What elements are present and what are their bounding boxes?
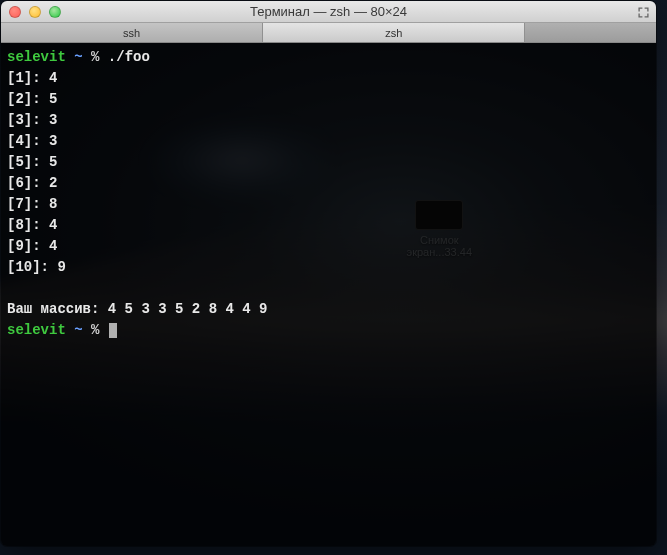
- output-line: [9]: 4: [7, 236, 650, 257]
- tab-label: ssh: [123, 27, 140, 39]
- minimize-icon[interactable]: [29, 6, 41, 18]
- tab-label: zsh: [385, 27, 402, 39]
- prompt-line: selevit ~ %: [7, 320, 650, 341]
- window-title: Терминал — zsh — 80×24: [1, 4, 656, 19]
- output-line: [3]: 3: [7, 110, 650, 131]
- cursor-icon: [109, 323, 117, 338]
- output-line: [7]: 8: [7, 194, 650, 215]
- prompt-user: selevit: [7, 322, 66, 338]
- prompt-symbol: %: [91, 49, 108, 65]
- output-line: [4]: 3: [7, 131, 650, 152]
- prompt-line: selevit ~ % ./foo: [7, 47, 650, 68]
- window-titlebar[interactable]: Терминал — zsh — 80×24: [1, 1, 656, 23]
- output-line: [10]: 9: [7, 257, 650, 278]
- prompt-path: ~: [74, 322, 82, 338]
- zoom-icon[interactable]: [49, 6, 61, 18]
- terminal-viewport[interactable]: selevit ~ % ./foo [1]: 4[2]: 5[3]: 3[4]:…: [1, 43, 656, 546]
- output-line: [8]: 4: [7, 215, 650, 236]
- prompt-path: ~: [74, 49, 82, 65]
- tab-overflow: [525, 23, 656, 42]
- output-line: [5]: 5: [7, 152, 650, 173]
- output-line: [2]: 5: [7, 89, 650, 110]
- output-line: [7, 278, 650, 299]
- prompt-symbol: %: [91, 322, 108, 338]
- output-line: [1]: 4: [7, 68, 650, 89]
- terminal-output: [1]: 4[2]: 5[3]: 3[4]: 3[5]: 5[6]: 2[7]:…: [7, 68, 650, 320]
- prompt-user: selevit: [7, 49, 66, 65]
- close-icon[interactable]: [9, 6, 21, 18]
- output-line: Ваш массив: 4 5 3 3 5 2 8 4 4 9: [7, 299, 650, 320]
- command-text: ./foo: [108, 49, 150, 65]
- output-line: [6]: 2: [7, 173, 650, 194]
- fullscreen-button[interactable]: [636, 5, 650, 19]
- terminal-window: Терминал — zsh — 80×24 ssh zsh selevit ~…: [1, 1, 656, 546]
- tab-ssh[interactable]: ssh: [1, 23, 263, 42]
- tab-zsh[interactable]: zsh: [263, 23, 525, 42]
- fullscreen-icon: [638, 7, 649, 18]
- tab-bar: ssh zsh: [1, 23, 656, 43]
- traffic-lights: [1, 6, 61, 18]
